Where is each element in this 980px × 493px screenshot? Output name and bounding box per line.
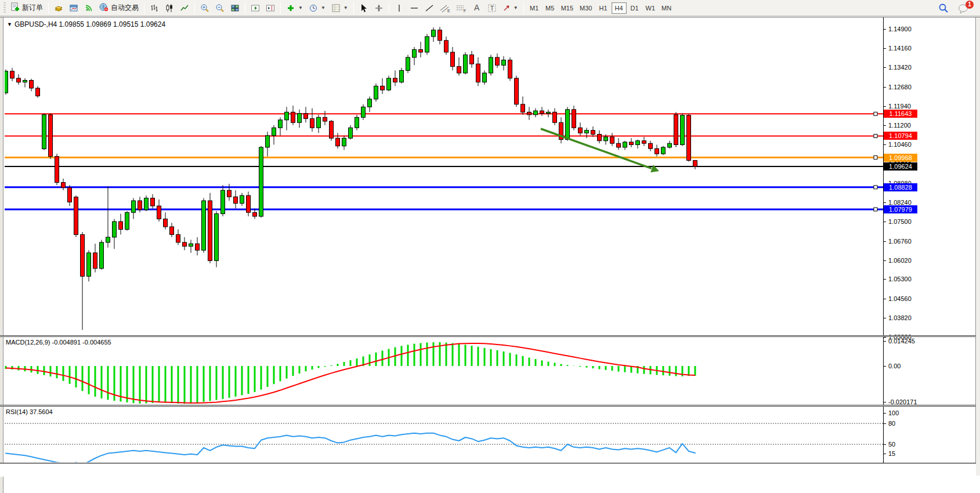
support-line-2-handle [874, 208, 877, 211]
timeframe-button-m15[interactable]: M15 [558, 2, 576, 14]
fibonacci-icon[interactable]: F [454, 2, 469, 14]
resistance-line-2-handle [874, 134, 877, 137]
price-tick-label: 1.11940 [888, 103, 911, 110]
chart-title-text: GBPUSD-,H4 1.09855 1.09869 1.09515 1.096… [15, 20, 165, 28]
price-tick [883, 318, 886, 318]
price-tick-label: 1.04560 [888, 295, 912, 302]
bar-chart-icon[interactable] [147, 2, 161, 14]
price-tick-label: 1.10460 [888, 141, 912, 148]
dropdown-arrow-icon: ▼ [513, 5, 518, 10]
rsi-indicator-label: RSI(14) 37.5604 [6, 408, 53, 415]
notification-badge: 1 [965, 1, 974, 9]
price-tick-label: 1.11200 [888, 122, 911, 129]
macd-tick-label: 0.014245 [888, 338, 915, 345]
toolbar-separator [194, 2, 195, 14]
arrows-tool-icon[interactable]: ▼ [500, 2, 520, 14]
price-tick [883, 241, 886, 242]
timeframe-button-h1[interactable]: H1 [596, 2, 611, 14]
panel-divider-rsi[interactable] [0, 405, 976, 407]
price-tick [883, 337, 886, 338]
dropdown-arrow-icon: ▼ [343, 5, 348, 10]
text-icon[interactable]: A [470, 2, 484, 14]
toolbar-separator [353, 2, 354, 14]
auto-trading-label: 自动交易 [111, 3, 139, 13]
price-tick [883, 144, 886, 145]
timeframe-toolbar: M1M5M15M30H1H4D1W1MN [527, 2, 674, 14]
indicators-icon[interactable]: ▼ [284, 2, 305, 14]
price-tick [883, 125, 886, 126]
channel-icon[interactable]: E [437, 2, 453, 14]
new-order-button[interactable]: 新订单 [8, 2, 45, 14]
time-axis[interactable] [0, 463, 976, 477]
price-tick [883, 222, 886, 222]
rsi-panel [5, 423, 883, 465]
crosshair-icon[interactable] [372, 2, 386, 14]
notifications-button[interactable]: 1 [956, 2, 972, 14]
chart-title-collapse-icon[interactable]: ▼ [7, 21, 12, 27]
candlestick-series [4, 27, 697, 329]
candlestick-chart-icon[interactable] [162, 2, 176, 14]
periods-icon[interactable]: ▼ [306, 2, 328, 14]
timeframe-button-m5[interactable]: M5 [543, 2, 558, 14]
horizontal-line-icon[interactable] [407, 2, 421, 14]
auto-trading-button[interactable]: 自动交易 [97, 2, 141, 14]
panel-divider-macd[interactable] [0, 335, 976, 337]
price-tick [883, 87, 886, 88]
macd-panel [6, 342, 695, 404]
vertical-line-icon[interactable] [392, 2, 406, 14]
bid-price-line-price-tag: 1.09624 [884, 162, 917, 171]
auto-trading-icon [99, 2, 109, 13]
price-tick-label: 1.06020 [888, 257, 912, 264]
toolbar-separator [389, 2, 389, 14]
support-line-1-handle [874, 186, 877, 189]
price-tick [883, 299, 886, 299]
timeframe-button-m30[interactable]: M30 [577, 2, 595, 14]
macd-tick [883, 366, 886, 367]
price-tick [883, 202, 886, 203]
rsi-tick-label: 100 [888, 409, 899, 416]
pivot-line-handle [874, 156, 877, 160]
rsi-tick-label: 50 [888, 441, 895, 448]
trading-platform-window: { "toolbar": { "new_order_label": "新订单",… [0, 0, 980, 493]
timeframe-button-mn[interactable]: MN [659, 2, 674, 14]
macd-indicator-label: MACD(12,26,9) -0.004891 -0.004655 [6, 339, 111, 346]
resistance-line-1-price-tag: 1.11643 [884, 110, 917, 118]
price-tick-label: 1.12680 [888, 84, 912, 90]
zoom-out-icon[interactable] [213, 2, 227, 14]
pivot-line-price-tag: 1.09968 [884, 154, 917, 162]
price-tick-label: 1.07500 [888, 218, 912, 225]
rsi-line [6, 433, 695, 465]
chart-canvas[interactable] [0, 0, 980, 493]
zoom-in-icon[interactable] [198, 2, 212, 14]
signal-icon[interactable] [82, 2, 96, 14]
price-tick [883, 260, 886, 261]
tile-windows-icon[interactable] [228, 2, 242, 14]
main-toolbar: 新订单 自动交易 ▼ [0, 0, 980, 16]
chart-window-icon[interactable] [67, 2, 81, 14]
new-order-label: 新订单 [22, 3, 43, 13]
text-label-icon[interactable]: T [485, 2, 499, 14]
rsi-tick [883, 423, 886, 424]
toolbar-separator [48, 2, 49, 14]
auto-scroll-icon[interactable] [248, 2, 262, 14]
timeframe-button-h4[interactable]: H4 [612, 2, 627, 14]
timeframe-button-d1[interactable]: D1 [627, 2, 642, 14]
macd-signal-line [6, 343, 695, 403]
templates-icon[interactable]: ▼ [329, 2, 350, 14]
svg-text:F: F [464, 9, 466, 13]
timeframe-button-w1[interactable]: W1 [643, 2, 659, 14]
search-icon[interactable] [936, 2, 951, 14]
chart-shift-icon[interactable] [263, 2, 277, 14]
macd-tick [883, 341, 886, 342]
cursor-icon[interactable] [357, 2, 371, 14]
line-chart-icon[interactable] [178, 2, 191, 14]
price-tick-label: 1.05300 [888, 276, 912, 282]
rsi-tick-label: 80 [888, 420, 895, 427]
horizontal-lines-layer[interactable] [5, 112, 883, 211]
toolbar-grip [3, 2, 6, 14]
data-folder-icon[interactable] [52, 2, 66, 14]
trendline-icon[interactable] [422, 2, 436, 14]
timeframe-button-m1[interactable]: M1 [527, 2, 542, 14]
rsi-tick-label: 15 [888, 450, 895, 457]
price-tick [883, 106, 886, 107]
